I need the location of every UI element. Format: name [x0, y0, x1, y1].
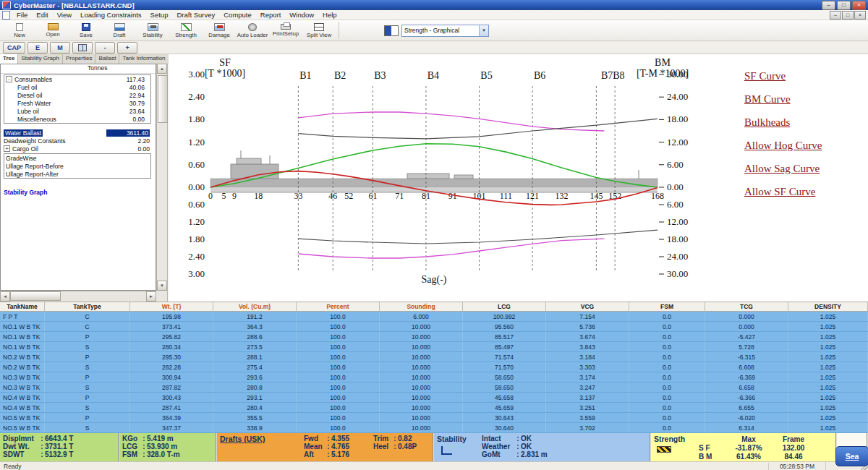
status-line-mean: Mean:4.765	[304, 443, 373, 450]
menu-loading-constraints[interactable]: Loading Constraints	[76, 11, 146, 19]
maximize-button[interactable]: □	[837, 1, 851, 10]
table-cell: 295.30	[130, 352, 213, 362]
tree-item-lube-oil[interactable]: Lube oil23.64	[4, 107, 150, 115]
minus-button[interactable]: -	[95, 42, 115, 54]
table-row[interactable]: NO.3 W B TKP300.94293.6100.010.00058.650…	[0, 372, 868, 383]
cap-button[interactable]: CAP	[3, 42, 25, 54]
col-header-vol-cu-m[interactable]: Vol. (Cu.m)	[213, 302, 297, 311]
col-header-vcg[interactable]: VCG	[546, 302, 629, 311]
table-row[interactable]: NO.1 W B TKC373.41364.3100.010.00095.560…	[0, 322, 868, 332]
legend-sf-curve[interactable]: SF Curve	[744, 70, 868, 82]
table-row[interactable]: NO.3 W B TKS287.82280.8100.010.00058.650…	[0, 383, 868, 393]
legend-bm-curve[interactable]: BM Curve	[744, 93, 868, 106]
tree-vertical-scrollbar[interactable]: ▲ ▼	[156, 64, 167, 291]
scrollbar-track[interactable]	[61, 291, 146, 302]
grid-button[interactable]	[72, 42, 93, 54]
col-header-fsm[interactable]: FSM	[629, 302, 705, 311]
mdi-maximize-button[interactable]: □	[842, 11, 854, 20]
stability-button[interactable]: Stability	[136, 21, 169, 40]
new-button[interactable]: New	[3, 21, 36, 40]
col-header-density[interactable]: DENSITY	[788, 302, 868, 311]
scrollbar-thumb[interactable]	[10, 291, 61, 301]
close-button[interactable]: ×	[852, 1, 866, 10]
tree-item-ullage-report-after[interactable]: Ullage Report-After	[4, 170, 150, 178]
menu-file[interactable]: File	[12, 11, 32, 19]
col-header-tanktype[interactable]: TankType	[45, 302, 130, 311]
legend-bulkheads[interactable]: Bulkheads	[744, 116, 868, 129]
menu-draft-survey[interactable]: Draft Survey	[172, 11, 219, 19]
table-row[interactable]: NO.2 W B TKS282.28275.4100.010.00071.570…	[0, 362, 868, 372]
menu-help[interactable]: Help	[318, 11, 341, 19]
tree-item-fresh-water[interactable]: Fresh Water30.79	[4, 99, 150, 107]
table-cell: 364.39	[130, 413, 213, 422]
menu-view[interactable]: View	[53, 11, 76, 19]
table-row[interactable]: NO.4 W B TKP300.43293.1100.010.00045.658…	[0, 393, 868, 403]
sea-button[interactable]: Sea	[835, 446, 868, 466]
e-button[interactable]: E	[27, 42, 48, 54]
mdi-minimize-button[interactable]: –	[830, 11, 841, 20]
plus-button[interactable]: +	[117, 42, 137, 54]
tree-item-water-ballast[interactable]: Water Ballast3611.40	[1, 129, 156, 137]
menu-edit[interactable]: Edit	[32, 11, 52, 19]
menu-setup[interactable]: Setup	[146, 11, 173, 19]
menu-report[interactable]: Report	[256, 11, 286, 19]
col-header-wt-t[interactable]: Wt. (T)	[130, 302, 213, 311]
table-cell: NO.4 W B TK	[0, 403, 45, 412]
mdi-close-button[interactable]: ×	[854, 11, 866, 20]
printsetup-button[interactable]: PrintSetup	[269, 21, 302, 40]
menu-window[interactable]: Window	[285, 11, 318, 19]
draft-button[interactable]: Draft	[103, 21, 136, 40]
menu-compute[interactable]: Compute	[219, 11, 256, 19]
tree-item-stability-graph[interactable]: Stability Graph	[1, 188, 156, 196]
tree-item-ullage-report-before[interactable]: Ullage Report-Before	[4, 162, 150, 170]
table-row[interactable]: NO.2 W B TKP295.30288.1100.010.00071.574…	[0, 352, 868, 362]
open-button[interactable]: Open	[36, 21, 69, 40]
table-row[interactable]: NO.5 W B TKS347.37338.9100.010.00030.640…	[0, 423, 868, 433]
tree-item-diesel-oil[interactable]: Diesel oil22.94	[4, 91, 150, 99]
scroll-left-icon[interactable]: ◄	[0, 291, 10, 302]
collapse-icon[interactable]: -	[6, 76, 12, 82]
col-header-sounding[interactable]: Sounding	[380, 302, 463, 311]
scroll-right-icon[interactable]: ►	[146, 291, 156, 302]
tree-item-cargo-oil[interactable]: +Cargo Oil0.00	[1, 145, 156, 153]
col-header-tcg[interactable]: TCG	[705, 302, 788, 311]
tab-properties[interactable]: Properties	[63, 54, 95, 64]
scroll-down-icon[interactable]: ▼	[157, 281, 167, 291]
scrollbar-thumb[interactable]	[158, 75, 168, 123]
tree-item-consumables[interactable]: -Consumables117.43	[4, 75, 150, 83]
col-header-percent[interactable]: Percent	[297, 302, 380, 311]
tree-horizontal-scrollbar[interactable]: ◄ ►	[0, 291, 156, 302]
tree-item-fuel-oil[interactable]: Fuel oil40.06	[4, 83, 150, 91]
legend-allow-hog-curve[interactable]: Allow Hog Curve	[744, 140, 868, 152]
save-button[interactable]: Save	[69, 21, 103, 40]
view-mode-select[interactable]: Strength - Graphical ▼	[401, 25, 489, 37]
tree-item-miscelleneous[interactable]: Miscelleneous0.00	[4, 115, 150, 123]
scroll-up-icon[interactable]: ▲	[157, 64, 167, 74]
splitview-button[interactable]: Split View	[302, 21, 336, 40]
table-cell: 280.34	[130, 342, 213, 351]
tree-item-gradewise[interactable]: GradeWise	[4, 154, 150, 162]
chevron-down-icon[interactable]: ▼	[479, 25, 488, 36]
damage-button[interactable]: Damage	[203, 21, 236, 40]
table-row[interactable]: F P TC195.98191.2100.06.000100.9927.1540…	[0, 312, 868, 322]
autoloader-button[interactable]: Auto Loader	[236, 21, 269, 40]
strength-max-value: 61.43%	[725, 453, 773, 461]
legend-allow-sf-curve[interactable]: Allow SF Curve	[744, 186, 868, 198]
minimize-button[interactable]: –	[822, 1, 835, 10]
table-cell: 347.37	[130, 423, 213, 432]
tab-ballast[interactable]: Ballast	[95, 54, 119, 64]
tree-item-deadweight-constants[interactable]: Deadweight Constants2.20	[1, 137, 156, 145]
tab-tree[interactable]: Tree	[0, 54, 18, 64]
table-row[interactable]: NO.5 W B TKP364.39355.5100.010.00030.643…	[0, 413, 868, 423]
col-header-lcg[interactable]: LCG	[463, 302, 546, 311]
table-row[interactable]: NO.1 W B TKS280.34273.5100.010.00085.497…	[0, 342, 868, 352]
legend-allow-sag-curve[interactable]: Allow Sag Curve	[744, 163, 868, 175]
col-header-tankname[interactable]: TankName	[0, 302, 45, 311]
expand-icon[interactable]: +	[4, 145, 10, 152]
m-button[interactable]: M	[50, 42, 70, 54]
table-row[interactable]: NO.4 W B TKS287.41280.4100.010.00045.659…	[0, 403, 868, 413]
strength-button[interactable]: Strength	[169, 21, 203, 40]
tab-stability-graph[interactable]: Stability Graph	[18, 54, 62, 64]
tab-tank-information[interactable]: Tank Information	[119, 54, 169, 64]
table-row[interactable]: NO.1 W B TKP295.82288.6100.010.00085.517…	[0, 332, 868, 342]
